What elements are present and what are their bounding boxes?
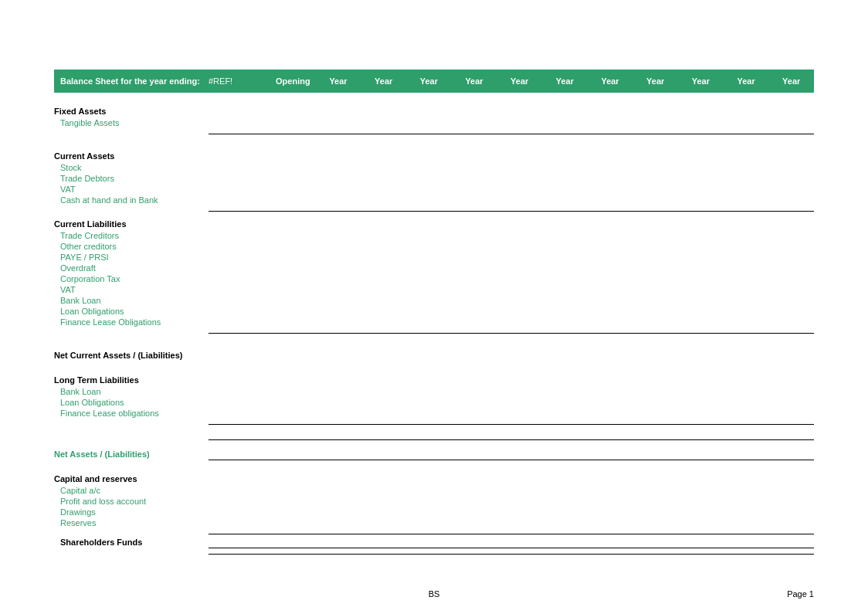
finance-lease-obligations-label: Finance Lease Obligations (54, 317, 209, 327)
list-item: Finance Lease obligations (54, 408, 814, 419)
list-item: Capital a/c (54, 485, 814, 496)
fixed-assets-label: Fixed Assets (54, 107, 814, 116)
drawings-label: Drawings (54, 507, 209, 517)
bank-loan-current-label: Bank Loan (54, 296, 209, 305)
net-assets-label: Net Assets / (Liabilities) (54, 449, 209, 460)
col-year-1: Year (316, 76, 361, 86)
list-item: VAT (54, 184, 814, 195)
profit-loss-label: Profit and loss account (54, 497, 209, 506)
tangible-assets-values (209, 118, 814, 127)
long-term-divider (54, 420, 814, 425)
list-item: PAYE / PRSI (54, 252, 814, 263)
list-item: Trade Debtors (54, 173, 814, 184)
long-term-liabilities-label: Long Term Liabilities (54, 375, 814, 385)
col-year-10: Year (724, 76, 769, 86)
list-item: Bank Loan (54, 295, 814, 306)
stock-label: Stock (54, 163, 209, 172)
shareholders-funds-row: Shareholders Funds (54, 538, 814, 548)
list-item: Reserves (54, 517, 814, 528)
other-creditors-label: Other creditors (54, 242, 209, 251)
current-liabilities-divider (54, 329, 814, 334)
list-item: Drawings (54, 507, 814, 517)
trade-creditors-label: Trade Creditors (54, 231, 209, 240)
header-columns: Opening Year Year Year Year Year Year Ye… (270, 76, 814, 86)
list-item: Tangible Assets (54, 117, 814, 128)
net-assets-row: Net Assets / (Liabilities) (54, 449, 814, 460)
trade-debtors-label: Trade Debtors (54, 174, 209, 183)
vat-current-assets-label: VAT (54, 185, 209, 194)
current-assets-label: Current Assets (54, 151, 814, 161)
loan-obligations-current-label: Loan Obligations (54, 307, 209, 316)
list-item: Trade Creditors (54, 230, 814, 241)
col-year-5: Year (497, 76, 542, 86)
paye-prsi-label: PAYE / PRSI (54, 253, 209, 262)
bank-loan-lt-label: Bank Loan (54, 387, 209, 396)
col-year-7: Year (588, 76, 633, 86)
current-assets-divider (54, 207, 814, 212)
list-item: Profit and loss account (54, 496, 814, 507)
vat-current-liab-label: VAT (54, 285, 209, 294)
fixed-assets-divider (54, 130, 814, 134)
col-year-11: Year (768, 76, 814, 86)
capital-reserves-label: Capital and reserves (54, 474, 814, 483)
header-title: Balance Sheet for the year ending: (54, 76, 209, 86)
footer-page: Page 1 (787, 589, 814, 599)
list-item: Loan Obligations (54, 397, 814, 408)
net-assets-line (209, 449, 814, 460)
content-area: Balance Sheet for the year ending: #REF!… (0, 0, 868, 589)
shareholders-line (209, 538, 814, 548)
capital-divider (54, 530, 814, 534)
col-year-4: Year (452, 76, 497, 86)
header-bar: Balance Sheet for the year ending: #REF!… (54, 70, 814, 93)
list-item: VAT (54, 284, 814, 295)
capital-ac-label: Capital a/c (54, 486, 209, 495)
page: Balance Sheet for the year ending: #REF!… (0, 0, 868, 614)
list-item: Stock (54, 162, 814, 173)
list-item: Loan Obligations (54, 306, 814, 317)
overdraft-label: Overdraft (54, 263, 209, 273)
net-current-label: Net Current Assets / (Liabilities) (54, 351, 814, 360)
current-liabilities-label: Current Liabilities (54, 219, 814, 229)
cash-label: Cash at hand and in Bank (54, 195, 209, 205)
shareholders-divider2 (54, 550, 814, 555)
list-item: Cash at hand and in Bank (54, 195, 814, 205)
reserves-label: Reserves (54, 518, 209, 527)
tangible-assets-label: Tangible Assets (54, 118, 209, 127)
col-opening: Opening (270, 76, 316, 86)
col-year-8: Year (632, 76, 678, 86)
list-item: Bank Loan (54, 386, 814, 397)
col-year-9: Year (678, 76, 724, 86)
list-item: Corporation Tax (54, 273, 814, 284)
col-year-6: Year (542, 76, 588, 86)
col-year-2: Year (361, 76, 406, 86)
list-item: Finance Lease Obligations (54, 317, 814, 327)
footer-bs: BS (429, 589, 440, 599)
long-term-divider2 (54, 436, 814, 440)
col-year-3: Year (406, 76, 452, 86)
corporation-tax-label: Corporation Tax (54, 274, 209, 283)
header-ref: #REF! (209, 76, 270, 86)
finance-lease-obligations-lt-label: Finance Lease obligations (54, 409, 209, 418)
list-item: Overdraft (54, 263, 814, 273)
shareholders-funds-label: Shareholders Funds (54, 538, 209, 548)
footer-center: BS (0, 589, 868, 599)
list-item: Other creditors (54, 241, 814, 252)
loan-obligations-lt-label: Loan Obligations (54, 398, 209, 407)
